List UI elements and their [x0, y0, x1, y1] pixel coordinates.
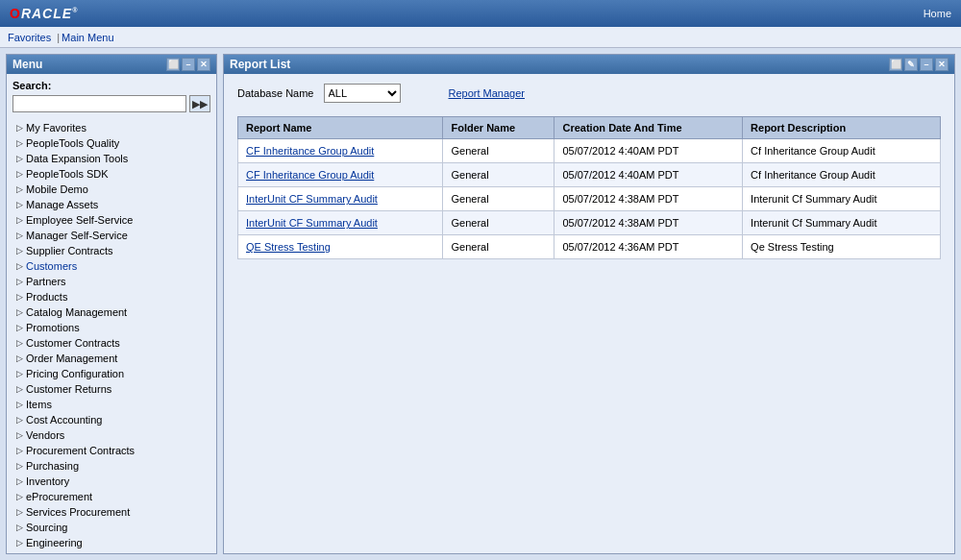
menu-arrow-icon: ▷ — [16, 200, 23, 209]
report-name-link[interactable]: CF Inheritance Group Audit — [246, 169, 374, 181]
table-header-row: Report NameFolder NameCreation Date And … — [238, 117, 941, 139]
menu-item[interactable]: ▷Manage Assets — [12, 197, 210, 212]
menu-item-label: Cost Accounting — [26, 414, 103, 426]
menu-minimize-icon[interactable]: – — [182, 58, 195, 71]
report-tbody: CF Inheritance Group AuditGeneral05/07/2… — [238, 139, 941, 259]
table-header-cell: Creation Date And Time — [554, 117, 743, 139]
menu-item[interactable]: ▷Vendors — [12, 427, 210, 443]
menu-item[interactable]: ▷Services Procurement — [12, 504, 210, 520]
report-edit-icon[interactable]: ✎ — [904, 58, 918, 71]
report-name-link[interactable]: CF Inheritance Group Audit — [246, 145, 374, 157]
menu-item-label: Customers — [26, 260, 77, 272]
menu-item-label: My Favorites — [26, 122, 86, 134]
menu-arrow-icon: ▷ — [16, 277, 23, 286]
menu-item[interactable]: ▷PeopleTools SDK — [12, 166, 210, 182]
menu-item-label: Catalog Management — [26, 306, 127, 318]
menu-title: Menu — [12, 58, 42, 71]
table-row: CF Inheritance Group AuditGeneral05/07/2… — [238, 139, 941, 163]
menu-item[interactable]: ▷Manufacturing Definitions — [12, 550, 210, 553]
menu-item[interactable]: ▷eProcurement — [12, 489, 210, 504]
menu-item[interactable]: ▷Catalog Management — [12, 304, 210, 320]
menu-content: Search: ▶▶ ▷My Favorites▷PeopleTools Qua… — [7, 74, 216, 553]
menu-item[interactable]: ▷Employee Self-Service — [12, 212, 210, 228]
home-link[interactable]: Home — [924, 8, 951, 19]
favorites-link[interactable]: Favorites — [8, 32, 51, 43]
menu-item[interactable]: ▷Sourcing — [12, 520, 210, 535]
menu-item[interactable]: ▷Products — [12, 289, 210, 304]
menu-item[interactable]: ▷Inventory — [12, 474, 210, 489]
report-name-link[interactable]: InterUnit CF Summary Audit — [246, 193, 378, 205]
menu-expand-icon[interactable]: ⬜ — [166, 58, 180, 71]
menu-item[interactable]: ▷My Favorites — [12, 120, 210, 135]
menu-item-label: Employee Self-Service — [26, 214, 133, 226]
menu-item[interactable]: ▷Cost Accounting — [12, 412, 210, 427]
oracle-logo: ORACLE® — [10, 6, 78, 21]
description-cell: Interunit Cf Summary Audit — [743, 187, 941, 211]
menu-item[interactable]: ▷Partners — [12, 274, 210, 289]
report-close-icon[interactable]: ✕ — [935, 58, 949, 71]
report-name-link[interactable]: InterUnit CF Summary Audit — [246, 217, 378, 229]
menu-arrow-icon: ▷ — [16, 261, 23, 271]
menu-item-label: Partners — [26, 276, 66, 287]
report-manager-link[interactable]: Report Manager — [449, 87, 526, 99]
menu-item[interactable]: ▷Pricing Configuration — [12, 366, 210, 381]
menu-item[interactable]: ▷Data Expansion Tools — [12, 151, 210, 166]
menu-item[interactable]: ▷Customer Contracts — [12, 335, 210, 351]
nav-bar: Favorites | Main Menu — [0, 27, 961, 48]
menu-item-label: Mobile Demo — [26, 183, 88, 195]
menu-item-label: Supplier Contracts — [26, 245, 113, 256]
report-panel-header: Report List ⬜ ✎ – ✕ — [224, 55, 954, 74]
menu-item[interactable]: ▷Items — [12, 397, 210, 412]
report-panel: Report List ⬜ ✎ – ✕ Database Name ALL Re… — [223, 54, 955, 554]
main-menu-link[interactable]: Main Menu — [62, 32, 113, 43]
description-cell: Qe Stress Testing — [743, 235, 941, 259]
menu-item[interactable]: ▷PeopleTools Quality — [12, 135, 210, 151]
menu-item-label: eProcurement — [26, 491, 92, 502]
menu-close-icon[interactable]: ✕ — [197, 58, 210, 71]
report-expand-icon[interactable]: ⬜ — [889, 58, 902, 71]
menu-item[interactable]: ▷Customer Returns — [12, 381, 210, 397]
search-label: Search: — [12, 80, 210, 91]
menu-item-label: Pricing Configuration — [26, 368, 124, 379]
menu-item[interactable]: ▷Engineering — [12, 535, 210, 550]
folder-name-cell: General — [443, 235, 554, 259]
menu-item-label: Data Expansion Tools — [26, 153, 128, 164]
db-select[interactable]: ALL — [324, 84, 401, 103]
table-row: CF Inheritance Group AuditGeneral05/07/2… — [238, 163, 941, 187]
menu-item[interactable]: ▷Customers — [12, 258, 210, 274]
menu-items-list: ▷My Favorites▷PeopleTools Quality▷Data E… — [12, 120, 210, 553]
menu-item-label: Manufacturing Definitions — [26, 552, 145, 553]
menu-item[interactable]: ▷Mobile Demo — [12, 182, 210, 197]
menu-item[interactable]: ▷Supplier Contracts — [12, 243, 210, 258]
menu-arrow-icon: ▷ — [16, 338, 23, 348]
menu-item[interactable]: ▷Promotions — [12, 320, 210, 335]
creation-date-cell: 05/07/2012 4:40AM PDT — [554, 163, 743, 187]
report-panel-icons: ⬜ ✎ – ✕ — [889, 58, 949, 71]
creation-date-cell: 05/07/2012 4:36AM PDT — [554, 235, 743, 259]
creation-date-cell: 05/07/2012 4:40AM PDT — [554, 139, 743, 163]
report-minimize-icon[interactable]: – — [920, 58, 933, 71]
description-cell: Interunit Cf Summary Audit — [743, 211, 941, 235]
report-name-link[interactable]: QE Stress Testing — [246, 241, 331, 253]
table-header-cell: Report Description — [743, 117, 941, 139]
search-row: ▶▶ — [12, 95, 210, 112]
menu-item-label: Manager Self-Service — [26, 230, 128, 241]
folder-name-cell: General — [443, 163, 554, 187]
menu-arrow-icon: ▷ — [16, 538, 23, 548]
report-name-cell: QE Stress Testing — [238, 235, 443, 259]
menu-item[interactable]: ▷Purchasing — [12, 458, 210, 474]
menu-item-label: Products — [26, 291, 67, 303]
menu-panel-icons: ⬜ – ✕ — [166, 58, 210, 71]
menu-item[interactable]: ▷Manager Self-Service — [12, 228, 210, 243]
search-button[interactable]: ▶▶ — [189, 95, 210, 112]
menu-arrow-icon: ▷ — [16, 523, 23, 532]
menu-item[interactable]: ▷Procurement Contracts — [12, 443, 210, 458]
menu-item[interactable]: ▷Order Management — [12, 351, 210, 366]
report-name-cell: CF Inheritance Group Audit — [238, 163, 443, 187]
menu-item-label: Sourcing — [26, 522, 67, 533]
menu-arrow-icon: ▷ — [16, 323, 23, 332]
menu-arrow-icon: ▷ — [16, 184, 23, 194]
description-cell: Cf Inheritance Group Audit — [743, 139, 941, 163]
folder-name-cell: General — [443, 139, 554, 163]
search-input[interactable] — [12, 95, 186, 112]
